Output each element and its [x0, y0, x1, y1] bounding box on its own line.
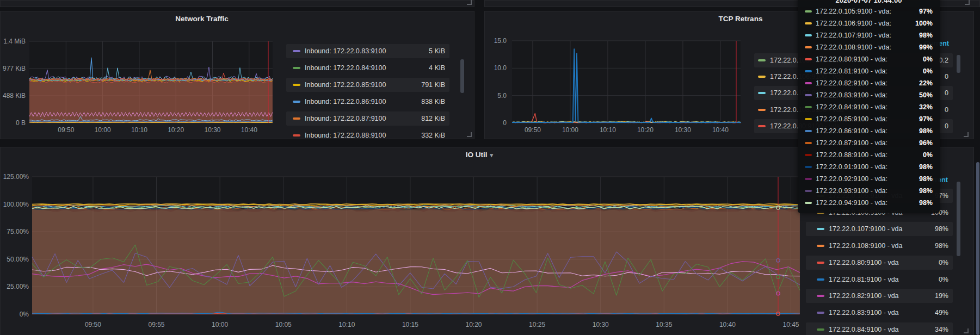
tooltip-series-row: 172.22.0.85:9100 - vda:97% [805, 113, 933, 125]
series-label: 172.22.0.108:9100 - vda [829, 242, 929, 250]
series-current-value: 812 KiB [421, 115, 445, 122]
tooltip-series-value: 98% [919, 175, 933, 183]
svg-text:09:50: 09:50 [85, 321, 101, 328]
panel-network-traffic: Network Traffic 09:5010:0010:1010:2010:3… [0, 11, 474, 139]
series-label: 172.22.0.83:9100 - vda [829, 309, 929, 317]
series-label: Inbound: 172.22.0.85:9100 [305, 81, 416, 89]
svg-text:10:00: 10:00 [212, 321, 228, 328]
legend-series-row[interactable]: Inbound: 172.22.0.85:9100791 KiB [286, 78, 449, 92]
svg-text:0 B: 0 B [16, 119, 26, 127]
series-current-value: 791 KiB [421, 81, 445, 89]
tooltip-series-row: 172.22.0.86:9100 - vda:98% [805, 125, 933, 137]
series-current-value: 34% [935, 326, 948, 333]
series-label: Inbound: 172.22.0.87:9100 [305, 115, 416, 122]
svg-text:10:00: 10:00 [95, 126, 111, 134]
tooltip-series-row: 172.22.0.87:9100 - vda:96% [805, 137, 933, 149]
svg-text:10:25: 10:25 [529, 321, 545, 328]
svg-text:10:15: 10:15 [402, 321, 418, 328]
series-color-swatch-icon [817, 228, 824, 230]
tooltip-series-label: 172.22.0.80:9100 - vda: [816, 55, 887, 63]
tooltip-series-row: 172.22.0.93:9100 - vda:98% [805, 185, 933, 197]
series-current-value: 49% [935, 309, 948, 317]
legend-series-row[interactable]: 172.22.0.81:9100 - vda0% [806, 272, 953, 287]
legend-scrollbar-thumb[interactable] [460, 59, 464, 93]
legend-series-row[interactable]: 172.22.0.84:9100 - vda34% [806, 322, 953, 335]
series-color-swatch-icon [293, 117, 300, 120]
tooltip-series-value: 98% [919, 187, 933, 195]
series-current-value: 0 [945, 106, 948, 114]
legend-series-row[interactable]: Inbound: 172.22.0.83:91005 KiB [286, 44, 449, 58]
tooltip-series-row: 172.22.0.81:9100 - vda:0% [805, 65, 933, 77]
tooltip-timestamp: 2020-07-07 10:44:00 [805, 0, 933, 5]
series-color-swatch-icon [805, 142, 812, 144]
series-current-value: 0.2 [939, 57, 948, 64]
panel-resize-handle-icon[interactable] [964, 132, 969, 137]
tooltip-series-value: 98% [919, 32, 933, 39]
tooltip-series-label: 172.22.0.94:9100 - vda: [816, 199, 887, 207]
tooltip-series-row: 172.22.0.108:9100 - vda:99% [805, 41, 933, 53]
legend-series-row[interactable]: 172.22.0.107:9100 - vda98% [806, 222, 953, 236]
svg-text:10:10: 10:10 [131, 126, 147, 134]
series-color-swatch-icon [817, 312, 824, 314]
svg-text:25.00%: 25.00% [7, 283, 29, 290]
series-color-swatch-icon [805, 106, 812, 108]
tooltip-series-value: 22% [919, 79, 933, 87]
legend-series-row[interactable]: Inbound: 172.22.0.86:9100838 KiB [286, 95, 449, 109]
tooltip-series-label: 172.22.0.83:9100 - vda: [816, 91, 887, 99]
legend-series-row[interactable]: Inbound: 172.22.0.88:9100332 KiB [286, 128, 449, 142]
svg-text:10.0: 10.0 [494, 64, 507, 72]
tooltip-series-label: 172.22.0.93:9100 - vda: [816, 187, 887, 195]
series-color-swatch-icon [805, 202, 812, 204]
legend-series-row[interactable]: Inbound: 172.22.0.87:9100812 KiB [286, 111, 449, 126]
tooltip-series-row: 172.22.0.105:9100 - vda:97% [805, 5, 933, 17]
series-current-value: 19% [935, 292, 948, 300]
svg-text:10:20: 10:20 [466, 321, 482, 328]
series-label: Inbound: 172.22.0.88:9100 [305, 132, 416, 139]
legend-scrollbar-thumb[interactable] [957, 182, 960, 256]
series-current-value: 0% [939, 259, 948, 266]
tooltip-series-row: 172.22.0.107:9100 - vda:98% [805, 29, 933, 41]
legend-series-row[interactable]: 172.22.0.82:9100 - vda19% [806, 289, 953, 303]
series-color-swatch-icon [805, 166, 812, 168]
panel-resize-handle-icon[interactable] [964, 328, 969, 333]
svg-text:100.00%: 100.00% [3, 201, 29, 208]
svg-text:50.00%: 50.00% [7, 256, 29, 263]
tooltip-series-value: 32% [919, 103, 933, 111]
legend-network-traffic: Inbound: 172.22.0.83:91005 KiBInbound: 1… [286, 11, 449, 140]
series-current-value: 332 KiB [421, 132, 445, 139]
svg-text:10:10: 10:10 [338, 321, 355, 328]
series-label: 172.22.0.107:9100 - vda [829, 225, 929, 233]
series-current-value: 5 KiB [429, 47, 445, 55]
series-color-swatch-icon [805, 94, 812, 96]
tooltip-series-row: 172.22.0.83:9100 - vda:50% [805, 89, 933, 101]
series-color-swatch-icon [758, 76, 766, 78]
legend-series-row[interactable]: 172.22.0.108:9100 - vda98% [806, 239, 953, 253]
series-color-swatch-icon [293, 101, 300, 103]
legend-series-row[interactable]: 172.22.0.83:9100 - vda49% [806, 306, 953, 320]
tooltip-series-value: 98% [919, 127, 933, 135]
tooltip-series-row: 172.22.0.82:9100 - vda:22% [805, 77, 933, 89]
legend-scrollbar-thumb[interactable] [957, 55, 960, 73]
series-current-value: 4 KiB [429, 64, 445, 72]
tooltip-series-list: 172.22.0.105:9100 - vda:97%172.22.0.106:… [805, 5, 933, 209]
tooltip-series-row: 172.22.0.106:9100 - vda:100% [805, 17, 933, 29]
tooltip-series-value: 97% [919, 8, 933, 15]
tooltip-series-label: 172.22.0.85:9100 - vda: [816, 115, 887, 123]
legend-series-row[interactable]: Inbound: 172.22.0.84:91004 KiB [286, 61, 449, 75]
series-current-value: 0 [945, 89, 948, 97]
series-color-swatch-icon [817, 328, 824, 331]
svg-text:15.0: 15.0 [494, 37, 507, 45]
panel-resize-handle-icon[interactable] [467, 132, 472, 137]
legend-series-row[interactable]: 172.22.0.80:9100 - vda0% [806, 256, 953, 270]
panel-resize-handle-icon[interactable] [965, 0, 970, 5]
tooltip-series-value: 0% [923, 67, 933, 75]
tooltip-series-value: 96% [919, 139, 933, 147]
tooltip-series-label: 172.22.0.82:9100 - vda: [816, 79, 887, 87]
page-scrollbar-thumb[interactable] [976, 162, 979, 335]
graph-tooltip: 2020-07-07 10:44:00 172.22.0.105:9100 - … [798, 0, 940, 213]
panel-resize-handle-icon[interactable] [467, 0, 472, 5]
series-color-swatch-icon [805, 130, 812, 132]
tooltip-series-value: 98% [919, 199, 933, 207]
tooltip-series-value: 99% [919, 44, 933, 51]
tooltip-series-value: 0% [923, 55, 933, 63]
